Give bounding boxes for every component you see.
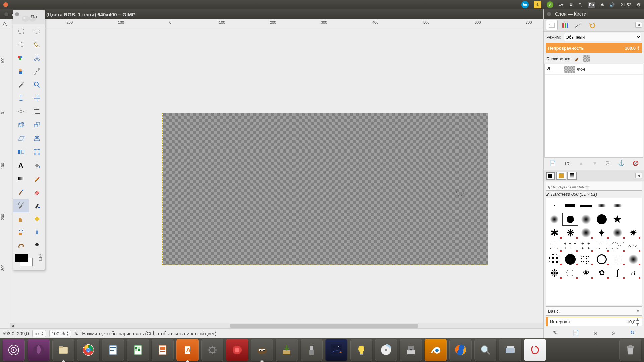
tool-dodge[interactable]	[29, 239, 45, 252]
brush-item[interactable]	[625, 253, 641, 266]
dock-calc[interactable]	[127, 339, 149, 361]
tool-perspective-clone[interactable]	[13, 226, 29, 239]
scroll-thumb[interactable]	[230, 324, 418, 328]
dock-impress[interactable]	[152, 339, 174, 361]
tool-scale[interactable]	[29, 118, 45, 132]
swap-colors-icon[interactable]: ⤭◱	[38, 254, 42, 260]
ruler-vertical[interactable]: 0 -100 100 200 300	[0, 29, 10, 328]
dock-download[interactable]	[276, 339, 298, 361]
brush-edit-icon[interactable]: ✎	[553, 330, 557, 336]
tab-patterns[interactable]	[556, 172, 566, 180]
dock-trash[interactable]	[619, 339, 641, 361]
tool-bucket[interactable]	[29, 159, 45, 172]
stepper-icon[interactable]: ▲▼	[637, 46, 640, 50]
brush-item[interactable]: + + ++ +	[562, 239, 578, 253]
stepper-icon[interactable]: ▲▼	[635, 317, 640, 327]
layer-mode-select[interactable]: Обычный	[564, 33, 641, 41]
tool-paintbrush[interactable]	[13, 185, 29, 199]
layer-name[interactable]: Фон	[577, 67, 585, 72]
tool-cage[interactable]	[29, 145, 45, 159]
brush-grid[interactable]: ★ ✱ ❋ ✦ ✷ · · ·· · · + + ++ + ✦ ✦✦ ✦ · ·…	[546, 198, 642, 305]
tool-flip[interactable]	[13, 145, 29, 159]
layer-up-icon[interactable]: ▲	[578, 160, 584, 166]
tool-rect-select[interactable]	[13, 24, 29, 38]
gimp-close-icon[interactable]	[4, 12, 9, 17]
brush-item[interactable]: ✷	[625, 226, 641, 239]
tool-airbrush[interactable]	[13, 199, 29, 212]
tool-perspective[interactable]	[29, 132, 45, 145]
dock-reader[interactable]	[524, 339, 546, 361]
tool-move[interactable]	[29, 92, 45, 105]
tool-ellipse-select[interactable]	[29, 24, 45, 38]
brush-interval-slider[interactable]: Интервал 10,0 ▲▼	[546, 317, 642, 326]
dock-settings[interactable]	[201, 339, 223, 361]
tool-blur[interactable]	[29, 226, 45, 239]
dock-close-icon[interactable]	[547, 12, 551, 16]
layer-anchor-icon[interactable]: ⚓	[618, 160, 625, 166]
tab-channels[interactable]	[559, 20, 571, 30]
brush-item[interactable]	[625, 199, 641, 213]
clock[interactable]: 21:52	[620, 2, 631, 7]
tool-foreground-select[interactable]	[13, 65, 29, 78]
brush-category-select[interactable]: Basic,▼	[546, 306, 642, 316]
brush-item[interactable]: ❉	[547, 266, 562, 280]
toolbox-header[interactable]: Па	[13, 10, 45, 24]
brush-item[interactable]: ∴∵∴	[625, 239, 641, 253]
hp-icon[interactable]: hp	[521, 1, 529, 8]
layer-visibility-icon[interactable]: 👁	[545, 66, 554, 72]
layer-row[interactable]: 👁 Фон	[545, 64, 643, 75]
dock-tips[interactable]	[350, 339, 372, 361]
dock-disc[interactable]	[375, 339, 397, 361]
tool-eraser[interactable]	[29, 185, 45, 199]
brush-item[interactable]	[562, 199, 578, 213]
tool-fuzzy-select[interactable]	[29, 38, 45, 51]
tab-layers[interactable]	[546, 20, 558, 30]
brush-item[interactable]	[562, 253, 578, 266]
layer-new-icon[interactable]: 📄	[549, 160, 556, 166]
brush-item[interactable]	[578, 226, 594, 239]
brush-item[interactable]	[547, 253, 562, 266]
toolbox-close-icon[interactable]	[15, 12, 19, 16]
keyboard-lang-badge[interactable]: Ru	[588, 2, 595, 8]
brush-item[interactable]	[547, 199, 562, 213]
tab-undo[interactable]	[586, 20, 598, 30]
scroll-left-icon[interactable]: ◀	[10, 323, 15, 328]
brush-menu-icon[interactable]: ◀	[635, 173, 642, 178]
tool-rotate[interactable]	[13, 118, 29, 132]
tool-zoom[interactable]	[29, 78, 45, 92]
tool-crop[interactable]	[29, 105, 45, 118]
brush-item[interactable]: ★	[609, 213, 625, 226]
brush-item[interactable]	[578, 213, 594, 226]
right-dock-title[interactable]: Слои — Кисти	[544, 9, 644, 19]
tool-pencil[interactable]	[29, 172, 45, 185]
brush-item[interactable]: ʃ	[609, 266, 625, 280]
layer-group-icon[interactable]: 🗂	[565, 160, 570, 166]
tab-paths[interactable]	[573, 20, 585, 30]
tool-paths[interactable]	[29, 65, 45, 78]
brush-item[interactable]: ≀≀	[625, 266, 641, 280]
dock-files[interactable]	[52, 339, 74, 361]
foreground-color[interactable]	[15, 254, 28, 262]
window-close-icon[interactable]	[3, 2, 8, 7]
update-warn-icon[interactable]: ⚠	[534, 1, 541, 8]
dock-usb[interactable]	[301, 339, 323, 361]
tool-color-picker[interactable]	[13, 78, 29, 92]
tool-smudge[interactable]	[13, 239, 29, 252]
tool-measure[interactable]	[13, 92, 29, 105]
dock-blender[interactable]	[425, 339, 447, 361]
tool-clone[interactable]	[13, 212, 29, 226]
bluetooth-icon[interactable]: ✱	[600, 2, 604, 7]
ruler-corner[interactable]	[0, 19, 10, 29]
tool-select-by-color[interactable]	[13, 51, 29, 65]
brush-item[interactable]: ✦	[594, 226, 609, 239]
color-swatches[interactable]: ⤭◱	[15, 254, 43, 267]
opacity-slider[interactable]: Непрозрачность 100,0 ▲▼	[546, 43, 642, 53]
brush-item[interactable]: · · ·· · ·	[547, 239, 562, 253]
dock-scanner[interactable]	[499, 339, 521, 361]
brush-refresh-icon[interactable]: ↻	[630, 330, 635, 336]
status-ok-icon[interactable]: ✔	[547, 1, 553, 8]
brush-item[interactable]: ✱	[547, 226, 562, 239]
brush-item[interactable]	[625, 213, 641, 226]
dock-install[interactable]	[400, 339, 422, 361]
dock-gimp[interactable]	[251, 339, 273, 361]
